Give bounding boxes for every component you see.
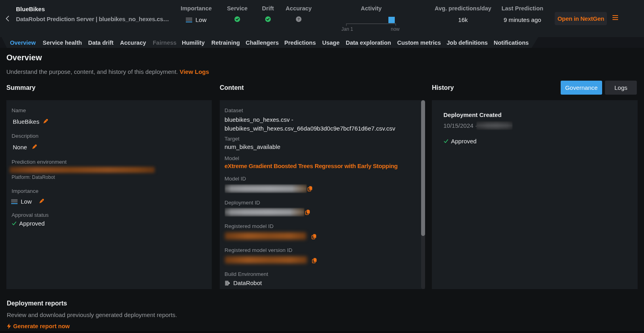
svg-text:?: ? <box>297 17 300 21</box>
